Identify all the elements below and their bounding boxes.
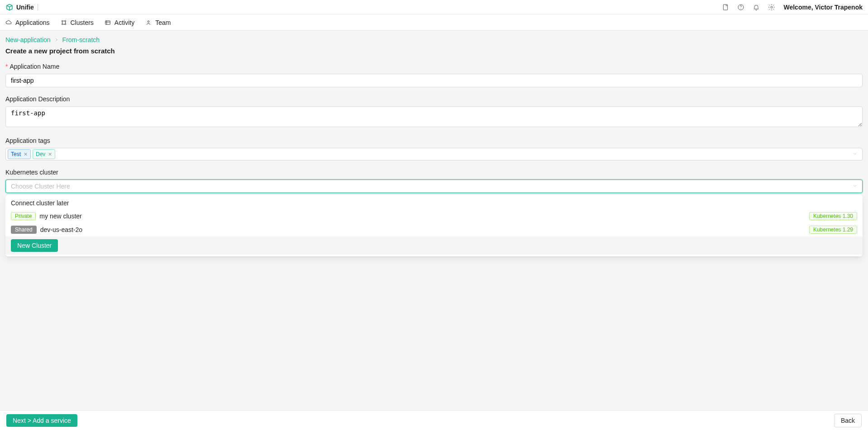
dropdown-new-cluster[interactable]: New Cluster bbox=[5, 236, 863, 255]
dropdown-cluster-private[interactable]: Private my new cluster Kubernetes 1.30 bbox=[5, 209, 863, 223]
divider bbox=[38, 4, 38, 10]
cluster-label: Kubernetes cluster bbox=[5, 169, 863, 176]
cloud-icon bbox=[5, 19, 12, 26]
activity-icon bbox=[105, 19, 111, 26]
document-icon[interactable] bbox=[722, 4, 729, 11]
cluster-icon bbox=[61, 19, 67, 26]
help-icon[interactable] bbox=[737, 4, 744, 11]
cluster-placeholder: Choose Cluster Here bbox=[11, 183, 70, 190]
chevron-down-icon bbox=[852, 183, 858, 190]
nav-label: Clusters bbox=[71, 19, 94, 26]
tag-dev[interactable]: Dev ✕ bbox=[33, 149, 55, 159]
shared-badge: Shared bbox=[11, 226, 37, 234]
cluster-name: my new cluster bbox=[39, 213, 81, 220]
back-button[interactable]: Back bbox=[834, 414, 862, 427]
brand-logo[interactable]: Unifie bbox=[5, 3, 34, 11]
welcome-text[interactable]: Welcome, Victor Trapenok bbox=[783, 4, 863, 11]
tags-input[interactable]: Test ✕ Dev ✕ bbox=[5, 148, 863, 161]
dropdown-cluster-shared[interactable]: Shared dev-us-east-2o Kubernetes 1.29 bbox=[5, 223, 863, 236]
svg-point-3 bbox=[771, 6, 773, 8]
form-group-tags: Application tags Test ✕ Dev ✕ bbox=[5, 137, 863, 161]
svg-point-5 bbox=[65, 20, 66, 21]
nav-activity[interactable]: Activity bbox=[105, 17, 134, 28]
close-icon[interactable]: ✕ bbox=[24, 151, 28, 157]
gear-icon[interactable] bbox=[768, 4, 775, 11]
svg-rect-8 bbox=[105, 20, 110, 24]
team-icon bbox=[145, 19, 152, 26]
bell-icon[interactable] bbox=[753, 4, 760, 11]
logo-icon bbox=[5, 3, 14, 11]
page-title: Create a new project from scratch bbox=[5, 47, 863, 55]
option-label: Connect cluster later bbox=[11, 199, 69, 207]
nav-applications[interactable]: Applications bbox=[5, 17, 50, 28]
svg-point-6 bbox=[62, 24, 62, 24]
topbar-right: Welcome, Victor Trapenok bbox=[722, 4, 863, 11]
tag-test[interactable]: Test ✕ bbox=[8, 149, 31, 159]
form-group-name: *Application Name bbox=[5, 63, 863, 87]
nav-label: Applications bbox=[15, 19, 50, 26]
main-content: New-application From-scratch Create a ne… bbox=[0, 31, 868, 410]
form-group-cluster: Kubernetes cluster Choose Cluster Here C… bbox=[5, 169, 863, 256]
footer: Next > Add a service Back bbox=[0, 410, 868, 430]
k8s-version-badge: Kubernetes 1.29 bbox=[809, 226, 857, 234]
dropdown-connect-later[interactable]: Connect cluster later bbox=[5, 197, 863, 209]
cluster-select[interactable]: Choose Cluster Here bbox=[5, 180, 863, 193]
navbar: Applications Clusters Activity Team bbox=[0, 14, 868, 31]
nav-team[interactable]: Team bbox=[145, 17, 171, 28]
name-label: *Application Name bbox=[5, 63, 863, 70]
close-icon[interactable]: ✕ bbox=[48, 151, 52, 157]
brand-name: Unifie bbox=[16, 4, 34, 11]
svg-point-7 bbox=[65, 24, 66, 24]
tag-label: Dev bbox=[36, 151, 45, 157]
k8s-version-badge: Kubernetes 1.30 bbox=[809, 212, 857, 220]
tags-label: Application tags bbox=[5, 137, 863, 144]
chevron-down-icon[interactable] bbox=[852, 150, 858, 158]
cluster-name: dev-us-east-2o bbox=[40, 226, 82, 233]
nav-label: Team bbox=[155, 19, 171, 26]
name-input[interactable] bbox=[5, 74, 863, 87]
svg-point-9 bbox=[148, 20, 149, 22]
description-input[interactable] bbox=[5, 106, 863, 127]
svg-point-4 bbox=[62, 20, 62, 21]
nav-label: Activity bbox=[114, 19, 134, 26]
next-button[interactable]: Next > Add a service bbox=[6, 414, 77, 427]
svg-point-2 bbox=[741, 8, 741, 9]
svg-rect-0 bbox=[724, 5, 728, 10]
breadcrumb-from-scratch[interactable]: From-scratch bbox=[62, 36, 100, 43]
cluster-dropdown: Connect cluster later Private my new clu… bbox=[5, 195, 863, 256]
form-group-description: Application Description bbox=[5, 95, 863, 129]
private-badge: Private bbox=[11, 212, 36, 220]
chevron-right-icon bbox=[54, 36, 59, 43]
description-label: Application Description bbox=[5, 95, 863, 103]
nav-clusters[interactable]: Clusters bbox=[61, 17, 94, 28]
breadcrumb: New-application From-scratch bbox=[5, 36, 863, 43]
breadcrumb-new-application[interactable]: New-application bbox=[5, 36, 51, 43]
topbar: Unifie Welcome, Victor Trapenok bbox=[0, 0, 868, 14]
topbar-left: Unifie bbox=[5, 3, 38, 11]
new-cluster-button[interactable]: New Cluster bbox=[11, 239, 58, 252]
tag-label: Test bbox=[11, 151, 21, 157]
